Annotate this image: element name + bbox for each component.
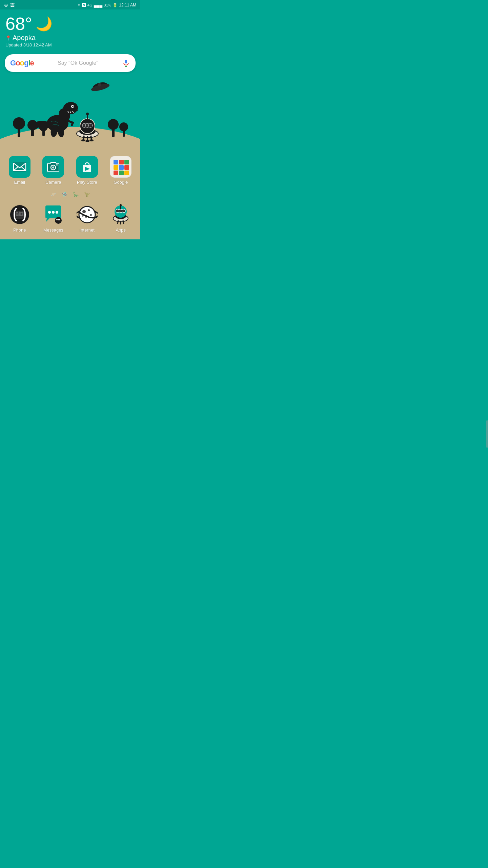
svg-point-65 <box>52 211 55 214</box>
status-right: ✦ N 4G ▄▄▄ 31% 🔋 12:11 AM <box>77 3 136 7</box>
svg-rect-50 <box>119 165 124 170</box>
network-icon: 4G <box>87 3 93 7</box>
svg-point-63 <box>21 214 23 216</box>
messages-label: Messages <box>43 228 63 233</box>
google-app[interactable]: Google <box>107 156 134 185</box>
svg-rect-45 <box>56 164 58 165</box>
bluetooth-icon: ✦ <box>77 3 81 7</box>
battery-percent: 31% <box>104 3 111 7</box>
email-icon <box>9 156 30 178</box>
internet-icon <box>76 204 98 225</box>
temperature: 68° <box>5 15 32 33</box>
svg-point-79 <box>82 210 86 213</box>
svg-line-95 <box>118 220 118 224</box>
svg-rect-52 <box>114 171 118 175</box>
do-not-disturb-icon: ⊖ <box>4 2 8 8</box>
bottom-dock: Phone Messages <box>0 200 140 239</box>
svg-line-97 <box>123 220 124 224</box>
playstore-icon <box>76 156 98 178</box>
svg-point-69 <box>58 219 59 220</box>
svg-point-15 <box>108 119 119 130</box>
nfc-icon: N <box>82 3 86 7</box>
dot-3[interactable]: 🦕 <box>73 192 79 197</box>
status-left: ⊖ 🖼 <box>4 2 15 8</box>
svg-point-68 <box>56 219 58 220</box>
svg-point-58 <box>16 212 18 214</box>
svg-point-22 <box>72 106 74 107</box>
svg-point-80 <box>88 209 90 211</box>
svg-rect-0 <box>125 60 127 63</box>
weather-widget: 68° 🌙 📍 Apopka Updated 3/18 12:42 AM <box>0 9 140 50</box>
svg-point-61 <box>16 214 18 216</box>
internet-app[interactable]: Internet <box>74 204 101 233</box>
apps-label: Apps <box>116 228 126 233</box>
location-pin-icon: 📍 <box>5 35 11 41</box>
svg-point-66 <box>56 211 58 214</box>
svg-point-94 <box>123 210 125 212</box>
svg-rect-53 <box>119 171 124 175</box>
svg-point-41 <box>89 139 94 141</box>
svg-line-36 <box>83 136 84 140</box>
dot-1[interactable]: 🪐 <box>50 192 56 197</box>
playstore-label: Play Store <box>77 180 97 185</box>
internet-label: Internet <box>80 228 95 233</box>
svg-point-90 <box>117 210 119 212</box>
svg-rect-49 <box>114 165 118 170</box>
camera-app[interactable]: Camera <box>40 156 67 185</box>
svg-line-38 <box>91 136 92 140</box>
email-label: Email <box>14 180 25 185</box>
google-icon <box>110 156 131 178</box>
phone-label: Phone <box>13 228 26 233</box>
apps-app[interactable]: Apps <box>107 204 134 233</box>
playstore-app[interactable]: Play Store <box>74 156 101 185</box>
svg-point-29 <box>86 113 89 115</box>
svg-point-35 <box>89 124 92 127</box>
svg-point-17 <box>119 122 128 131</box>
svg-point-64 <box>48 211 51 214</box>
svg-point-70 <box>59 219 60 220</box>
google-label: Google <box>114 180 128 185</box>
camera-label: Camera <box>45 180 61 185</box>
svg-point-88 <box>120 204 122 206</box>
microphone-icon[interactable] <box>122 59 130 67</box>
svg-point-82 <box>90 214 92 216</box>
wallpaper-scene <box>0 76 140 151</box>
svg-point-44 <box>52 166 54 169</box>
moon-icon: 🌙 <box>36 16 53 32</box>
search-placeholder: Say "Ok Google" <box>37 60 119 66</box>
messages-icon <box>42 204 64 225</box>
google-logo: Google <box>10 59 34 67</box>
app-grid-top: Email Camera Play Store <box>0 151 140 189</box>
svg-rect-51 <box>124 165 129 170</box>
search-bar[interactable]: Google Say "Ok Google" <box>5 54 136 72</box>
status-bar: ⊖ 🖼 ✦ N 4G ▄▄▄ 31% 🔋 12:11 AM <box>0 0 140 9</box>
svg-point-60 <box>21 212 23 214</box>
camera-icon <box>42 156 64 178</box>
svg-point-59 <box>19 212 21 214</box>
messages-app[interactable]: Messages <box>40 204 67 233</box>
phone-app[interactable]: Phone <box>6 204 33 233</box>
email-app[interactable]: Email <box>6 156 33 185</box>
scene-svg <box>0 76 140 151</box>
page-dots: 🪐 🛸 🦕 🦖 <box>0 189 140 200</box>
city-name: Apopka <box>13 34 36 42</box>
svg-point-92 <box>120 210 122 212</box>
battery-icon: 🔋 <box>113 3 118 7</box>
svg-rect-46 <box>114 160 118 164</box>
time: 12:11 AM <box>119 3 136 7</box>
updated-text: Updated 3/18 12:42 AM <box>5 42 135 47</box>
phone-icon <box>9 204 30 225</box>
search-bar-container: Google Say "Ok Google" <box>0 50 140 76</box>
svg-point-9 <box>13 117 25 130</box>
dot-2[interactable]: 🛸 <box>62 192 67 197</box>
apps-icon <box>110 204 131 225</box>
screenshot-icon: 🖼 <box>10 3 15 8</box>
svg-point-39 <box>81 139 85 141</box>
svg-point-40 <box>85 140 89 142</box>
signal-icon: ▄▄▄ <box>94 3 103 7</box>
svg-rect-48 <box>124 160 129 164</box>
svg-point-62 <box>19 214 21 216</box>
dot-4[interactable]: 🦖 <box>84 192 90 197</box>
svg-rect-54 <box>124 171 129 175</box>
svg-rect-47 <box>119 160 124 164</box>
